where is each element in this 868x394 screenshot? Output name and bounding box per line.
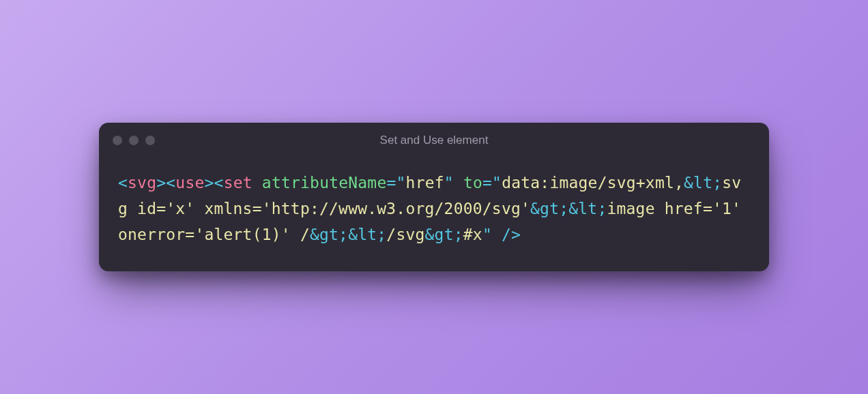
code-token: &lt; <box>348 226 386 243</box>
code-token: > <box>156 174 166 192</box>
code-token: &lt; <box>684 174 722 192</box>
code-token: use <box>175 174 204 192</box>
code-token: " <box>492 174 502 192</box>
code-token: " <box>482 226 492 243</box>
code-token <box>252 174 262 192</box>
code-token: " <box>444 174 454 192</box>
code-token: /> <box>502 226 521 243</box>
code-token: /svg <box>386 226 424 243</box>
code-token: &gt; <box>310 226 348 243</box>
code-token: svg <box>128 174 156 192</box>
code-token: set <box>224 174 252 192</box>
window-titlebar: Set and Use element <box>99 123 769 158</box>
code-block: <svg><use><set attributeName="href" to="… <box>99 158 769 271</box>
code-token: data:image/svg+xml, <box>502 174 684 192</box>
code-token: < <box>166 174 175 192</box>
code-token: " <box>396 174 406 192</box>
code-token: < <box>118 174 128 192</box>
traffic-lights <box>113 136 155 145</box>
code-token: href <box>406 174 444 192</box>
code-window: Set and Use element <svg><use><set attri… <box>99 123 769 271</box>
window-title: Set and Use element <box>99 134 769 147</box>
code-token <box>492 226 502 243</box>
code-token: &lt; <box>568 200 607 217</box>
code-token: to <box>463 174 482 192</box>
close-dot-icon[interactable] <box>113 136 122 145</box>
code-token: = <box>482 174 492 192</box>
minimize-dot-icon[interactable] <box>129 136 139 145</box>
code-token: > <box>205 174 214 192</box>
code-token: attributeName <box>262 174 387 192</box>
code-token: < <box>214 174 224 192</box>
code-token: = <box>386 174 396 192</box>
code-token: #x <box>463 226 482 243</box>
code-token: &gt; <box>530 200 568 217</box>
code-token: &gt; <box>425 226 463 243</box>
zoom-dot-icon[interactable] <box>145 136 155 145</box>
code-token <box>454 174 463 192</box>
